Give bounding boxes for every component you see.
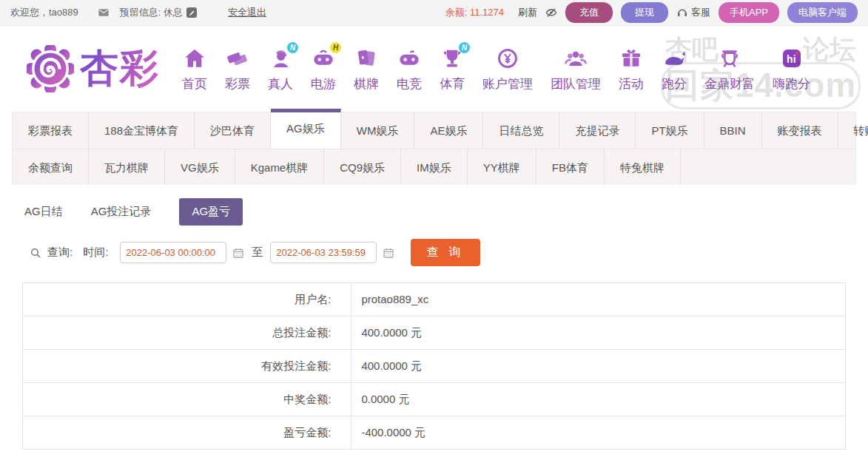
esports-gamepad-icon <box>397 46 422 71</box>
tab-188-sports[interactable]: 188金宝博体育 <box>89 112 195 149</box>
yen-circle-icon <box>495 46 520 71</box>
tab-transfer-report[interactable]: 转账报表 <box>838 112 868 149</box>
tab-bbin[interactable]: BBIN <box>704 112 762 149</box>
row-label: 有效投注金额: <box>23 350 351 382</box>
reserved-info: 预留信息: 休息 <box>120 6 197 19</box>
pc-client-button[interactable]: 电脑客户端 <box>787 2 858 23</box>
home-icon <box>182 46 207 71</box>
refresh-link[interactable]: 刷新 <box>518 6 537 19</box>
site-logo[interactable]: 杏彩 <box>27 43 160 95</box>
row-label: 中奖金额: <box>23 383 351 416</box>
nav-item-sports[interactable]: N 体育 <box>431 46 474 92</box>
tab-lottery-report[interactable]: 彩票报表 <box>13 112 89 149</box>
tab-pt[interactable]: PT娱乐 <box>636 112 704 149</box>
tripod-icon <box>717 46 742 71</box>
tab-wali-cards[interactable]: 瓦力棋牌 <box>89 149 165 185</box>
welcome-text: 欢迎您，tao889 <box>10 6 78 19</box>
tab-balance-query[interactable]: 余额查询 <box>13 149 89 185</box>
date-to-input[interactable] <box>270 242 377 263</box>
tab-kgame[interactable]: Kgame棋牌 <box>235 149 325 185</box>
table-row-total-bet: 总投注金额: 400.0000 元 <box>23 316 845 350</box>
nav-item-cards[interactable]: 棋牌 <box>345 46 388 92</box>
recharge-button[interactable]: 充值 <box>565 2 613 23</box>
row-value: 0.0000 元 <box>351 383 845 416</box>
subtab-ag-profit-loss[interactable]: AG盈亏 <box>179 198 243 226</box>
calendar-to-icon[interactable] <box>383 247 394 259</box>
eye-slash-icon[interactable] <box>545 7 557 18</box>
gift-icon <box>619 46 644 71</box>
date-from-input[interactable] <box>120 242 226 263</box>
tab-row-1: 彩票报表 188金宝博体育 沙巴体育 AG娱乐 WM娱乐 AE娱乐 日结总览 充… <box>13 112 855 149</box>
mobile-app-button[interactable]: 手机APP <box>719 2 779 23</box>
report-tabstrip: 彩票报表 188金宝博体育 沙巴体育 AG娱乐 WM娱乐 AE娱乐 日结总览 充… <box>12 112 856 185</box>
headset-icon <box>676 7 688 18</box>
tab-cq9[interactable]: CQ9娱乐 <box>324 149 401 185</box>
row-label: 盈亏金额: <box>23 416 351 449</box>
row-value: -400.0000 元 <box>351 416 845 449</box>
logo-text: 杏彩 <box>80 43 160 95</box>
row-value: 400.0000 元 <box>351 316 845 349</box>
row-value: 400.0000 元 <box>351 350 845 382</box>
nav-item-account[interactable]: 账户管理 <box>474 46 542 92</box>
nav-item-team[interactable]: 团队管理 <box>542 46 610 92</box>
search-icon <box>30 247 41 259</box>
logo-flower-icon <box>27 45 74 92</box>
tab-account-change-report[interactable]: 账变报表 <box>762 112 838 149</box>
nav-item-paofen[interactable]: 跑分 <box>653 46 696 92</box>
badge-n: N <box>459 42 470 53</box>
envelope-icon[interactable] <box>98 7 110 18</box>
query-label: 查询: <box>47 246 73 260</box>
tab-saba-sports[interactable]: 沙巴体育 <box>195 112 271 149</box>
profit-loss-table: 用户名: protao889_xc 总投注金额: 400.0000 元 有效投注… <box>22 282 846 450</box>
subtab-ag-daily[interactable]: AG日结 <box>24 205 63 219</box>
badge-n: N <box>287 42 298 53</box>
nav-item-lottery[interactable]: 彩票 <box>216 46 259 92</box>
balance-text: 余额: 11.1274 <box>445 6 504 19</box>
nav-item-activity[interactable]: 活动 <box>610 46 653 92</box>
nav-item-live[interactable]: N 真人 <box>259 46 302 92</box>
table-row-username: 用户名: protao889_xc <box>23 283 845 316</box>
withdraw-button[interactable]: 提现 <box>621 2 668 23</box>
trophy-icon: N <box>440 46 465 71</box>
tab-im[interactable]: IM娱乐 <box>401 149 468 185</box>
calendar-from-icon[interactable] <box>232 247 244 259</box>
row-value: protao889_xc <box>351 283 845 316</box>
nav-item-egame[interactable]: H 电游 <box>302 46 345 92</box>
nav-item-home[interactable]: 首页 <box>173 46 216 92</box>
cards-icon <box>354 46 379 71</box>
tab-row-2: 余额查询 瓦力棋牌 VG娱乐 Kgame棋牌 CQ9娱乐 IM娱乐 YY棋牌 F… <box>13 149 855 185</box>
tab-ae[interactable]: AE娱乐 <box>414 112 483 149</box>
badge-h: H <box>330 42 341 53</box>
hi-app-icon: hi <box>779 46 804 71</box>
table-row-profit-loss: 盈亏金额: -400.0000 元 <box>23 416 845 450</box>
nav-item-esports[interactable]: 电竞 <box>388 46 431 92</box>
topbar: 欢迎您，tao889 预留信息: 休息 安全退出 余额: 11.1274 刷新 … <box>0 0 868 26</box>
row-label: 总投注金额: <box>23 316 351 349</box>
tab-yy-cards[interactable]: YY棋牌 <box>468 149 536 185</box>
subtab-ag-bet-records[interactable]: AG投注记录 <box>91 205 152 219</box>
customer-service[interactable]: 客服 <box>676 6 710 19</box>
table-row-win-amount: 中奖金额: 0.0000 元 <box>23 383 845 416</box>
row-label: 用户名: <box>23 283 351 316</box>
tab-tetu-cards[interactable]: 特兔棋牌 <box>605 149 681 185</box>
tab-deposit-withdraw-record[interactable]: 充提记录 <box>559 112 636 149</box>
logout-link[interactable]: 安全退出 <box>228 6 266 19</box>
edit-icon[interactable] <box>186 7 197 18</box>
nav-item-hipaofen[interactable]: hi 嗨跑分 <box>764 46 819 92</box>
tab-wm[interactable]: WM娱乐 <box>341 112 415 149</box>
ag-subtabs: AG日结 AG投注记录 AG盈亏 <box>0 185 868 236</box>
tab-vg[interactable]: VG娱乐 <box>165 149 235 185</box>
table-row-valid-bet: 有效投注金额: 400.0000 元 <box>23 350 845 383</box>
tab-ag-entertainment[interactable]: AG娱乐 <box>271 109 341 149</box>
to-label: 至 <box>252 246 263 260</box>
svg-text:hi: hi <box>787 53 795 65</box>
team-icon <box>563 46 588 71</box>
query-button[interactable]: 查 询 <box>411 239 480 266</box>
lottery-ticket-icon <box>225 46 250 71</box>
tab-daily-overview[interactable]: 日结总览 <box>483 112 559 149</box>
nav-item-jinding[interactable]: 金鼎财富 <box>696 46 764 92</box>
time-label: 时间: <box>83 246 108 260</box>
slot-gamepad-icon: H <box>311 46 336 71</box>
site-header: 杏彩 首页 彩票 N 真人 H 电游 <box>0 26 868 112</box>
tab-fb-sports[interactable]: FB体育 <box>536 149 605 185</box>
